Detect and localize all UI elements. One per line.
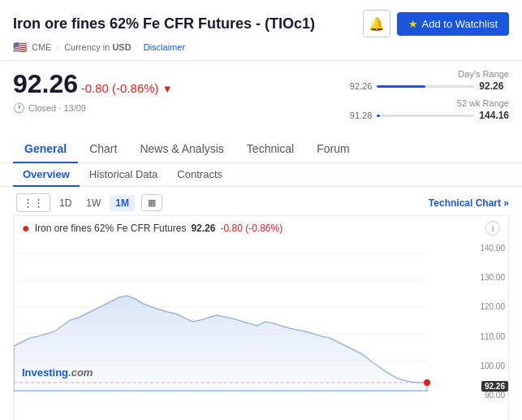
disclaimer-link[interactable]: Disclaimer xyxy=(144,42,185,52)
week52-range-fill xyxy=(377,115,380,117)
technical-chart-link[interactable]: Technical Chart » xyxy=(429,197,509,209)
meta-separator-1: › xyxy=(56,42,59,52)
chart-change-pct: -0.86% xyxy=(248,223,279,234)
exchange-label: CME xyxy=(32,42,51,52)
chart-price-change: -0.80 (-0.86%) xyxy=(220,223,283,234)
day-range: Day's Range 92.26 92.26 xyxy=(350,69,509,92)
main-tabs: General Chart News & Analysis Technical … xyxy=(13,136,509,162)
change-value: -0.80 xyxy=(81,81,109,95)
tab-general[interactable]: General xyxy=(13,136,78,163)
tab-news-analysis[interactable]: News & Analysis xyxy=(128,136,235,163)
table-chart-btn[interactable]: ▦ xyxy=(141,194,162,211)
main-tabs-section: General Chart News & Analysis Technical … xyxy=(0,136,522,163)
price-dot xyxy=(424,379,430,386)
week52-range-max: 144.16 xyxy=(479,110,509,121)
chart-instrument-label: Iron ore fines 62% Fe CFR Futures xyxy=(35,223,187,234)
chart-svg xyxy=(14,240,508,403)
chart-dot: ● xyxy=(22,222,30,235)
chart-change-value: -0.80 xyxy=(220,223,242,234)
week52-range-min: 91.28 xyxy=(350,110,373,120)
clock-icon: 🕐 xyxy=(13,102,25,114)
day-range-fill xyxy=(377,85,425,88)
week52-range: 52 wk Range 91.28 144.16 xyxy=(350,98,509,121)
chart-area: ● Iron ore fines 62% Fe CFR Futures 92.2… xyxy=(13,215,509,420)
day-range-label: Day's Range xyxy=(350,69,509,79)
period-1m-btn[interactable]: 1M xyxy=(110,195,135,211)
period-1d-btn[interactable]: 1D xyxy=(54,195,77,211)
direction-arrow: ▼ xyxy=(162,83,173,95)
price-left: 92.26 -0.80 (-0.86%) ▼ 🕐 Closed · 13/09 xyxy=(13,69,173,114)
chart-info-button[interactable]: i xyxy=(485,221,500,236)
watermark-suffix: .com xyxy=(68,366,93,379)
status-text: Closed xyxy=(28,103,56,113)
star-icon: ★ xyxy=(408,18,418,30)
currency-label: Currency in USD xyxy=(64,42,132,52)
sub-tabs: Overview Historical Data Contracts xyxy=(13,163,509,186)
tab-chart[interactable]: Chart xyxy=(78,136,128,163)
subtab-overview[interactable]: Overview xyxy=(13,163,80,187)
subtab-contracts[interactable]: Contracts xyxy=(167,163,232,187)
day-range-bar xyxy=(377,85,474,88)
week52-range-bar-row: 91.28 144.16 xyxy=(350,110,509,121)
watchlist-button[interactable]: ★ Add to Watchlist xyxy=(397,12,509,36)
chart-header: ● Iron ore fines 62% Fe CFR Futures 92.2… xyxy=(14,216,508,240)
change-pct: -0.86% xyxy=(116,81,155,95)
day-range-min: 92.26 xyxy=(350,81,373,91)
range-section: Day's Range 92.26 92.26 52 wk Range 91.2… xyxy=(350,69,509,128)
table-icon: ▦ xyxy=(148,197,156,207)
sub-tabs-section: Overview Historical Data Contracts xyxy=(0,163,522,187)
tab-technical[interactable]: Technical xyxy=(235,136,305,163)
price-section: 92.26 -0.80 (-0.86%) ▼ 🕐 Closed · 13/09 … xyxy=(0,61,522,136)
week52-range-label: 52 wk Range xyxy=(350,98,509,108)
header-section: Iron ore fines 62% Fe CFR Futures - (TIO… xyxy=(0,0,522,61)
watermark-brand: Investing xyxy=(22,366,68,379)
bell-icon: 🔔 xyxy=(369,16,385,32)
flag-icon: 🇺🇸 xyxy=(13,41,27,54)
period-1w-btn[interactable]: 1W xyxy=(80,195,106,211)
current-price: 92.26 xyxy=(13,69,78,98)
closed-date: 13/09 xyxy=(63,103,86,113)
tab-forum[interactable]: Forum xyxy=(305,136,360,163)
instrument-title: Iron ore fines 62% Fe CFR Futures - (TIO… xyxy=(13,15,315,32)
day-range-bar-row: 92.26 92.26 xyxy=(350,80,509,92)
closed-info: 🕐 Closed · 13/09 xyxy=(13,102,173,114)
day-range-max: 92.26 xyxy=(479,80,503,92)
meta-separator-2: · xyxy=(136,42,139,52)
chart-price-label: 92.26 xyxy=(481,381,508,392)
subtab-historical-data[interactable]: Historical Data xyxy=(80,163,168,187)
chart-header-left: ● Iron ore fines 62% Fe CFR Futures 92.2… xyxy=(22,222,283,235)
week52-range-bar xyxy=(377,115,474,117)
chart-current-price: 92.26 xyxy=(191,223,215,234)
watchlist-label: Add to Watchlist xyxy=(422,18,498,30)
price-change: -0.80 (-0.86%) ▼ xyxy=(81,81,173,95)
bell-button[interactable]: 🔔 xyxy=(363,10,390,37)
chart-controls-left: ⋮⋮ 1D 1W 1M ▦ xyxy=(13,193,162,212)
meta-row: 🇺🇸 CME › Currency in USD · Disclaimer xyxy=(13,41,509,54)
title-row: Iron ore fines 62% Fe CFR Futures - (TIO… xyxy=(13,10,509,37)
closed-label: Closed · 13/09 xyxy=(28,103,86,113)
candle-chart-btn[interactable]: ⋮⋮ xyxy=(16,193,50,212)
chart-svg-container: 140.00 130.00 120.00 110.00 100.00 90.00 xyxy=(14,240,508,403)
chart-controls: ⋮⋮ 1D 1W 1M ▦ Technical Chart » xyxy=(0,187,522,215)
watermark: Investing.com xyxy=(22,366,93,379)
header-actions: 🔔 ★ Add to Watchlist xyxy=(363,10,509,37)
